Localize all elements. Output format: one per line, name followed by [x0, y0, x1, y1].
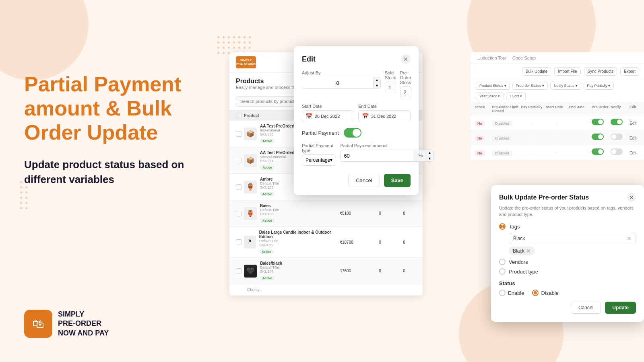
table-row: 🏺 Baies Default Title SKU188 Active ₹510…: [229, 200, 423, 227]
status-options: Enable Disable: [499, 290, 636, 296]
filter-row: Product Status ▾ Preorder Status ▾ Notif…: [471, 79, 644, 103]
status-section: Status Enable Disable: [499, 280, 636, 296]
preorder-toggle-2[interactable]: [592, 134, 604, 140]
bulk-modal-desc: Update the pre-order status of your prod…: [499, 205, 636, 218]
sort-btn[interactable]: ↕ Sort ▾: [506, 92, 526, 100]
preorder-toggle-1[interactable]: [592, 119, 604, 125]
app-toolbar: Bulk Update Import File Sync Products Ex…: [471, 64, 644, 79]
adjust-by-field: Adjust By ▲ ▼: [302, 70, 381, 98]
bulk-cancel-btn[interactable]: Cancel: [571, 302, 601, 314]
status-enable[interactable]: Enable: [499, 290, 524, 296]
tag-pill-label: Black: [513, 248, 524, 254]
bulk-update-btn[interactable]: Bulk Update: [522, 67, 551, 76]
calendar-icon-2: 📅: [362, 113, 369, 119]
top-nav: ...uduction Tour Code Setup: [471, 52, 644, 64]
amount-unit: %: [415, 150, 426, 161]
bg-table-row: No Disabled - - Edit: [471, 130, 644, 145]
payment-type-field: Partial Payment type Percentage ▾: [302, 143, 336, 166]
year-filter[interactable]: Year: 2022 ▾: [476, 92, 504, 100]
logo-area: 🛍 SIMPLY PRE-ORDER NOW AND PAY: [24, 310, 109, 338]
adjust-by-down[interactable]: ▼: [373, 83, 380, 88]
sold-stock-label: Sold Stock: [385, 70, 396, 80]
radio-tags[interactable]: Tags: [499, 223, 636, 230]
bulk-modal-title: Bulk Update Pre-order Status: [499, 194, 589, 201]
product-thumb: 📦: [244, 128, 257, 140]
bg-decor-tl: [0, 0, 89, 80]
payment-amount-input: % ▲ ▼: [340, 150, 433, 162]
payment-type-select[interactable]: Percentage ▾: [302, 154, 336, 166]
end-date-field: End Date 📅 31 Dec 2022: [358, 104, 411, 122]
bg-table-row: No Disabled - - Edit: [471, 115, 644, 130]
product-thumb: 📦: [244, 154, 257, 167]
payment-amount-label: Partial Payment amount: [340, 143, 433, 148]
enable-radio-btn[interactable]: [499, 290, 506, 296]
import-file-btn[interactable]: Import File: [554, 67, 580, 76]
partial-payment-toggle[interactable]: [344, 128, 361, 138]
disable-label: Disable: [541, 290, 558, 296]
radio-product-type-btn[interactable]: [499, 268, 506, 275]
pre-order-stock-label: Pre Order Stock: [400, 70, 411, 85]
modal-close-btn[interactable]: ✕: [401, 54, 411, 64]
preorder-status-filter[interactable]: Preorder Status ▾: [512, 82, 548, 90]
bulk-modal-actions: Cancel Update: [499, 302, 636, 314]
tag-pill-remove[interactable]: ✕: [526, 248, 531, 254]
start-date-field: Start Date 📅 26 Dec 2022: [302, 104, 354, 122]
notify-toggle-1[interactable]: [611, 119, 623, 125]
hero-panel: Partial Payment amount & Bulk Order Upda…: [24, 72, 217, 187]
tag-pill-black: Black ✕: [509, 247, 535, 255]
pre-order-stock-input: 2: [400, 86, 411, 98]
adjust-by-input[interactable]: [302, 78, 373, 88]
notify-toggle-3[interactable]: [611, 148, 623, 155]
edit-modal: Edit ✕ Adjust By ▲ ▼ Sold Stock 1 Pre Or…: [294, 46, 419, 195]
radio-vendors[interactable]: Vendors: [499, 259, 636, 265]
cancel-btn[interactable]: Cancel: [348, 174, 380, 187]
sold-stock-field: Sold Stock 1: [385, 70, 396, 98]
amount-value[interactable]: [341, 150, 415, 161]
tag-clear-icon[interactable]: ✕: [627, 235, 632, 242]
status-section-label: Status: [499, 280, 636, 286]
bulk-update-btn[interactable]: Update: [605, 302, 636, 314]
notify-status-filter[interactable]: Notify Status ▾: [550, 82, 581, 90]
modal-row-1: Adjust By ▲ ▼ Sold Stock 1 Pre Order Sto…: [302, 70, 411, 98]
radio-vendors-btn[interactable]: [499, 259, 506, 265]
calendar-icon: 📅: [305, 113, 312, 119]
table-row: 🕯 Baies Large Candle Indoor & Outdoor Ed…: [229, 227, 423, 258]
logo-icon: 🛍: [24, 310, 52, 338]
save-btn[interactable]: Save: [384, 174, 411, 187]
export-btn[interactable]: Export: [620, 67, 639, 76]
end-date-label: End Date: [358, 104, 411, 109]
bulk-update-modal: Bulk Update Pre-order Status ✕ Update th…: [491, 185, 644, 322]
partial-payment-label: Partial Payment: [302, 130, 339, 136]
start-date-input[interactable]: 📅 26 Dec 2022: [302, 110, 354, 122]
sync-products-btn[interactable]: Sync Products: [584, 67, 617, 76]
adjust-by-up[interactable]: ▲: [373, 77, 380, 83]
amount-up[interactable]: ▲: [426, 150, 433, 156]
modal-actions: Cancel Save: [302, 174, 411, 187]
tag-search-box[interactable]: Black ✕: [509, 233, 636, 244]
product-status-filter[interactable]: Product Status ▾: [476, 82, 510, 90]
bg-table-header: Stock Pre-Order Limit Closed Pay Partial…: [471, 103, 644, 115]
toggle-knob: [353, 129, 361, 137]
amount-down[interactable]: ▼: [426, 156, 433, 161]
logo-text: SIMPLY PRE-ORDER NOW AND PAY: [58, 310, 109, 338]
disable-radio-btn[interactable]: [532, 290, 539, 296]
preorder-toggle-3[interactable]: [592, 148, 604, 155]
main-title: Partial Payment amount & Bulk Order Upda…: [24, 72, 217, 144]
sub-title: Update product status based on different…: [24, 157, 217, 187]
radio-tags-btn[interactable]: [499, 223, 506, 230]
enable-label: Enable: [508, 290, 524, 296]
pay-partially-filter[interactable]: Pay Partially ▾: [584, 82, 614, 90]
product-thumb: 🕯: [244, 236, 256, 249]
bulk-modal-close-btn[interactable]: ✕: [627, 193, 636, 202]
payment-amount-field: Partial Payment amount % ▲ ▼: [340, 143, 433, 166]
adjust-by-stepper[interactable]: ▲ ▼: [302, 77, 381, 89]
modal-header: Edit ✕: [302, 54, 411, 64]
notify-toggle-2[interactable]: [611, 134, 623, 140]
status-disable[interactable]: Disable: [532, 290, 558, 296]
end-date-input[interactable]: 📅 31 Dec 2022: [358, 110, 411, 122]
radio-product-type[interactable]: Product type: [499, 268, 636, 275]
sold-stock-input: 1: [385, 82, 396, 93]
radio-product-type-label: Product type: [509, 269, 538, 275]
radio-vendors-label: Vendors: [509, 259, 528, 265]
start-date-value: 26 Dec 2022: [315, 114, 340, 119]
